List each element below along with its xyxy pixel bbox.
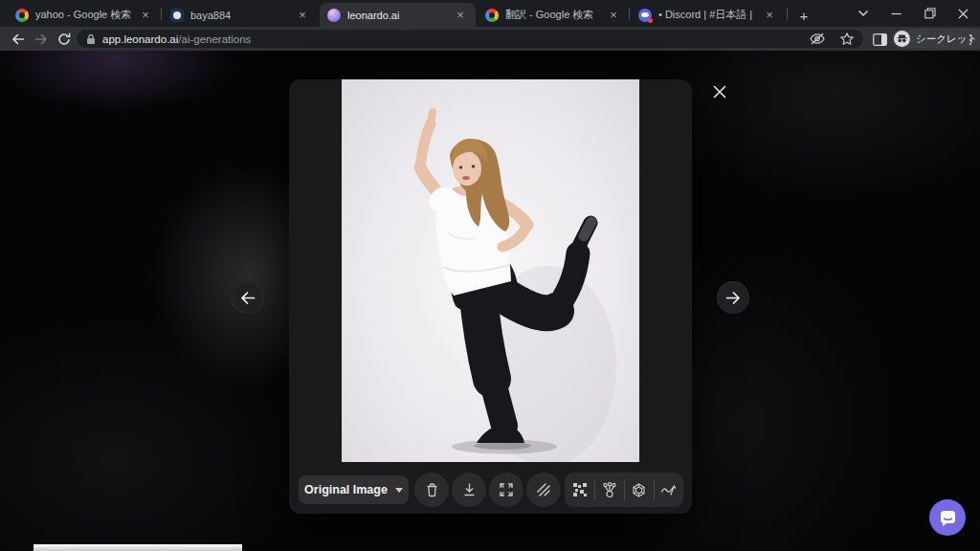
tiling-button[interactable] bbox=[526, 473, 561, 507]
generated-photo-woman-pose bbox=[342, 79, 639, 462]
url-path: /ai-generations bbox=[178, 33, 251, 45]
variant-selector[interactable]: Original Image bbox=[299, 475, 409, 504]
tab-close-icon[interactable]: × bbox=[453, 8, 468, 23]
side-panel-button[interactable] bbox=[869, 29, 890, 50]
chevron-down-icon bbox=[395, 488, 403, 493]
incognito-icon bbox=[897, 34, 907, 43]
mosaic-upscale-icon bbox=[572, 482, 588, 497]
delete-button[interactable] bbox=[414, 473, 449, 507]
arrow-right-icon bbox=[725, 292, 741, 304]
fullscreen-button[interactable] bbox=[489, 473, 523, 507]
new-tab-button[interactable]: + bbox=[792, 5, 815, 28]
chevron-down-icon bbox=[858, 10, 869, 17]
image-viewer-modal: Original Image bbox=[289, 79, 692, 514]
trash-icon bbox=[425, 482, 439, 497]
back-arrow-icon bbox=[11, 33, 25, 45]
variations-icon bbox=[602, 482, 617, 498]
minimize-button[interactable] bbox=[880, 0, 912, 27]
arrow-left-icon bbox=[240, 292, 256, 304]
tab-title: baya884 bbox=[190, 10, 288, 21]
upscale-button[interactable] bbox=[565, 473, 594, 507]
web-enhance-button[interactable] bbox=[624, 473, 654, 507]
tab-close-icon[interactable]: × bbox=[606, 8, 621, 23]
tab-yahoo-search[interactable]: yahoo - Google 検索 × bbox=[8, 3, 161, 27]
google-favicon bbox=[485, 9, 499, 22]
discord-favicon bbox=[638, 9, 652, 22]
tab-translate-search[interactable]: 翻訳 - Google 検索 × bbox=[478, 3, 629, 27]
download-button[interactable] bbox=[452, 473, 486, 507]
tab-baya884[interactable]: baya884 × bbox=[163, 3, 318, 27]
tab-title: • Discord | #日本語 | Leonard bbox=[658, 8, 755, 22]
generated-image[interactable] bbox=[342, 79, 639, 462]
url-host: app.leonardo.ai bbox=[102, 33, 178, 45]
enhance-button-group bbox=[565, 473, 683, 507]
support-chat-button[interactable] bbox=[929, 499, 966, 536]
tab-title: leonardo.ai bbox=[347, 10, 446, 21]
minimize-icon bbox=[891, 9, 902, 19]
reload-icon bbox=[57, 33, 71, 46]
close-icon bbox=[713, 85, 726, 99]
leonardo-favicon bbox=[327, 9, 341, 22]
tab-leonardo-active[interactable]: leonardo.ai × bbox=[320, 3, 476, 27]
download-icon bbox=[462, 482, 477, 497]
browser-toolbar: app.leonardo.ai/ai-generations シークレット ⋮ bbox=[0, 27, 980, 51]
browser-tab-strip: yahoo - Google 検索 × baya884 × leonardo.a… bbox=[0, 0, 980, 27]
tab-search-button[interactable] bbox=[847, 0, 879, 27]
variant-label: Original Image bbox=[304, 483, 388, 496]
side-panel-icon bbox=[873, 33, 887, 46]
leonardo-page-backdrop: Original Image bbox=[0, 51, 980, 551]
previous-image-button[interactable] bbox=[232, 281, 264, 314]
next-image-button[interactable] bbox=[717, 281, 749, 314]
restore-icon bbox=[924, 8, 936, 19]
tab-title: yahoo - Google 検索 bbox=[35, 8, 131, 22]
tab-title: 翻訳 - Google 検索 bbox=[505, 8, 599, 22]
variations-button[interactable] bbox=[594, 473, 624, 507]
window-close-button[interactable] bbox=[946, 0, 980, 27]
tab-separator bbox=[629, 8, 630, 20]
tab-discord[interactable]: • Discord | #日本語 | Leonard × bbox=[631, 3, 785, 27]
bookmark-star-icon[interactable] bbox=[840, 33, 854, 45]
waveform-motion-icon bbox=[660, 483, 677, 497]
tab-close-icon[interactable]: × bbox=[138, 8, 153, 23]
back-button[interactable] bbox=[7, 28, 29, 50]
tab-separator bbox=[161, 8, 162, 20]
lock-icon bbox=[86, 33, 96, 45]
tab-separator bbox=[787, 8, 788, 20]
browser-menu-button[interactable]: ⋮ bbox=[961, 29, 980, 50]
tab-close-icon[interactable]: × bbox=[295, 8, 310, 23]
chat-bubble-icon bbox=[939, 509, 957, 527]
motion-button[interactable] bbox=[654, 473, 683, 507]
forward-button[interactable] bbox=[30, 28, 52, 50]
stripes-icon bbox=[536, 482, 551, 497]
google-favicon bbox=[15, 9, 29, 22]
web-enhance-icon bbox=[631, 482, 647, 498]
eye-off-icon[interactable] bbox=[810, 33, 825, 45]
restore-button[interactable] bbox=[914, 0, 946, 27]
moon-favicon bbox=[170, 9, 184, 22]
taskbar-peek-strip bbox=[33, 544, 242, 551]
reload-button[interactable] bbox=[53, 28, 75, 50]
forward-arrow-icon bbox=[34, 33, 48, 45]
viewer-toolbar: Original Image bbox=[289, 473, 692, 507]
fullscreen-icon bbox=[499, 482, 514, 497]
close-icon bbox=[958, 9, 969, 19]
viewer-close-button[interactable] bbox=[711, 83, 728, 100]
address-bar[interactable]: app.leonardo.ai/ai-generations bbox=[77, 30, 863, 48]
tab-close-icon[interactable]: × bbox=[762, 8, 777, 23]
incognito-avatar bbox=[894, 31, 910, 47]
